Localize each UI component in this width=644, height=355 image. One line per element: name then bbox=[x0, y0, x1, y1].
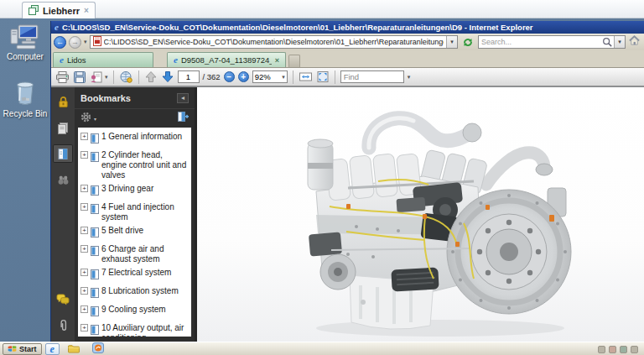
outer-tab-label: Liebherr bbox=[43, 6, 80, 16]
tab-document[interactable]: e D9508_A7-04_11389724_01... × bbox=[167, 52, 286, 67]
save-button[interactable] bbox=[73, 70, 86, 84]
search-box[interactable]: ▾ bbox=[478, 35, 626, 49]
ie-favicon: e bbox=[174, 55, 178, 65]
toolbar-separator bbox=[113, 70, 114, 84]
back-button[interactable]: ← bbox=[54, 36, 66, 49]
expand-icon[interactable]: + bbox=[80, 185, 88, 192]
bookmark-item[interactable]: +3 Driving gear bbox=[80, 184, 190, 199]
ie-logo-icon: e bbox=[55, 23, 59, 32]
add-bookmark-button[interactable] bbox=[177, 111, 189, 126]
desktop-icon-label: Recycle Bin bbox=[1, 109, 49, 118]
tray-icon[interactable] bbox=[631, 346, 638, 353]
page-count-label: / 362 bbox=[203, 72, 221, 81]
expand-icon[interactable]: + bbox=[80, 133, 88, 140]
find-dropdown-icon[interactable]: ▾ bbox=[408, 74, 411, 81]
share-button[interactable]: ▾ bbox=[90, 70, 108, 84]
bookmark-page-icon bbox=[91, 150, 99, 165]
tab-label: D9508_A7-04_11389724_01... bbox=[181, 55, 272, 65]
bookmark-label[interactable]: 8 Lubrication system bbox=[101, 286, 190, 296]
close-icon[interactable]: × bbox=[84, 6, 89, 15]
expand-icon[interactable]: + bbox=[80, 269, 88, 276]
tab-lidos[interactable]: e Lidos bbox=[53, 52, 153, 67]
bookmark-item[interactable]: +10 Auxiliary output, air conditioning c… bbox=[80, 323, 190, 337]
address-text: C:\LIDOS\SD_EN\Service-Doku_COT\Dokument… bbox=[104, 38, 444, 46]
system-tray[interactable] bbox=[598, 346, 641, 353]
taskbar-folder-button[interactable] bbox=[63, 343, 85, 355]
expand-icon[interactable]: + bbox=[80, 227, 88, 234]
next-page-button[interactable] bbox=[161, 70, 174, 83]
refresh-button[interactable] bbox=[460, 35, 475, 49]
tab-close-icon[interactable]: × bbox=[275, 56, 279, 65]
outer-tab-liebherr[interactable]: Liebherr × bbox=[22, 2, 96, 18]
new-tab-button[interactable] bbox=[288, 55, 300, 67]
fit-width-button[interactable] bbox=[299, 70, 313, 83]
bookmark-item[interactable]: +1 General information bbox=[80, 132, 190, 147]
expand-icon[interactable]: + bbox=[80, 305, 88, 313]
page-thumbnails-icon[interactable] bbox=[53, 118, 73, 137]
bookmark-item[interactable]: +6 Charge air and exhaust system bbox=[80, 244, 190, 264]
bookmark-label[interactable]: 4 Fuel and injection system bbox=[101, 202, 190, 222]
recycle-bin-icon bbox=[1, 79, 49, 107]
home-icon[interactable] bbox=[628, 34, 641, 50]
attachments-paperclip-icon[interactable] bbox=[53, 316, 73, 335]
bookmarks-panel-icon[interactable] bbox=[53, 144, 73, 163]
layers-binoculars-icon[interactable] bbox=[53, 170, 73, 189]
pdf-page[interactable] bbox=[197, 87, 644, 342]
search-icon[interactable] bbox=[600, 37, 614, 47]
zoom-out-button[interactable]: − bbox=[224, 71, 235, 82]
bookmark-item[interactable]: +4 Fuel and injection system bbox=[80, 202, 190, 222]
bookmark-label[interactable]: 10 Auxiliary output, air conditioning co… bbox=[101, 323, 190, 337]
expand-icon[interactable]: + bbox=[80, 203, 88, 211]
bookmark-item[interactable]: +9 Cooling system bbox=[80, 305, 190, 320]
zoom-level-dropdown[interactable]: 92% ▾ bbox=[252, 70, 288, 83]
taskbar-app-button[interactable] bbox=[88, 343, 108, 355]
tray-icon[interactable] bbox=[620, 346, 627, 353]
bookmark-page-icon bbox=[91, 132, 99, 147]
bookmark-label[interactable]: 5 Belt drive bbox=[101, 226, 190, 236]
bookmark-page-icon bbox=[91, 286, 99, 301]
toolbar-separator bbox=[138, 70, 139, 84]
bookmark-item[interactable]: +7 Electrical system bbox=[80, 268, 190, 283]
engine-illustration bbox=[298, 107, 576, 341]
share-dropdown-icon[interactable]: ▾ bbox=[105, 74, 108, 81]
previous-page-button[interactable] bbox=[144, 70, 158, 83]
expand-icon[interactable]: + bbox=[80, 245, 88, 253]
tray-icon[interactable] bbox=[598, 346, 605, 353]
address-dropdown-icon[interactable]: ▾ bbox=[446, 36, 457, 48]
expand-icon[interactable]: + bbox=[80, 324, 88, 332]
search-dropdown-icon[interactable]: ▾ bbox=[614, 36, 625, 48]
desktop-icon-recycle-bin[interactable]: Recycle Bin bbox=[1, 79, 49, 118]
tray-icon[interactable] bbox=[609, 346, 616, 353]
bookmark-label[interactable]: 3 Driving gear bbox=[101, 184, 190, 194]
bookmark-item[interactable]: +5 Belt drive bbox=[80, 226, 190, 241]
start-button[interactable]: Start bbox=[3, 343, 42, 355]
bookmark-item[interactable]: +2 Cylinder head, engine control unit an… bbox=[80, 150, 190, 180]
zoom-in-button[interactable]: + bbox=[238, 71, 249, 82]
collaborate-button[interactable] bbox=[119, 70, 133, 84]
comments-icon[interactable] bbox=[53, 290, 73, 309]
browser-tab-row: e Lidos e D9508_A7-04_11389724_01... × bbox=[51, 50, 644, 67]
history-dropdown-icon[interactable]: ▾ bbox=[84, 39, 87, 45]
bookmarks-options-button[interactable]: ▾ bbox=[80, 111, 96, 126]
taskbar-ie-button[interactable]: e bbox=[45, 343, 60, 355]
print-button[interactable] bbox=[55, 70, 70, 84]
forward-button[interactable]: → bbox=[69, 36, 81, 49]
page-number-input[interactable] bbox=[178, 70, 200, 83]
expand-icon[interactable]: + bbox=[80, 151, 88, 159]
address-field[interactable]: C:\LIDOS\SD_EN\Service-Doku_COT\Dokument… bbox=[90, 35, 458, 49]
collapse-panel-button[interactable]: ◂ bbox=[177, 93, 189, 103]
search-input[interactable] bbox=[479, 38, 600, 46]
bookmark-label[interactable]: 6 Charge air and exhaust system bbox=[101, 244, 190, 264]
bookmark-item[interactable]: +8 Lubrication system bbox=[80, 286, 190, 301]
bookmark-label[interactable]: 9 Cooling system bbox=[101, 305, 190, 315]
bookmark-label[interactable]: 1 General information bbox=[101, 132, 190, 142]
toolbar-separator bbox=[335, 70, 335, 84]
find-input[interactable] bbox=[340, 70, 404, 83]
bookmark-label[interactable]: 7 Electrical system bbox=[101, 268, 190, 278]
bookmark-label[interactable]: 2 Cylinder head, engine control unit and… bbox=[101, 150, 190, 180]
desktop-icon-computer[interactable]: Computer bbox=[1, 23, 49, 61]
window-icon bbox=[29, 5, 39, 17]
security-lock-icon[interactable] bbox=[53, 92, 73, 111]
expand-icon[interactable]: + bbox=[80, 287, 88, 295]
fit-window-button[interactable] bbox=[316, 70, 330, 83]
